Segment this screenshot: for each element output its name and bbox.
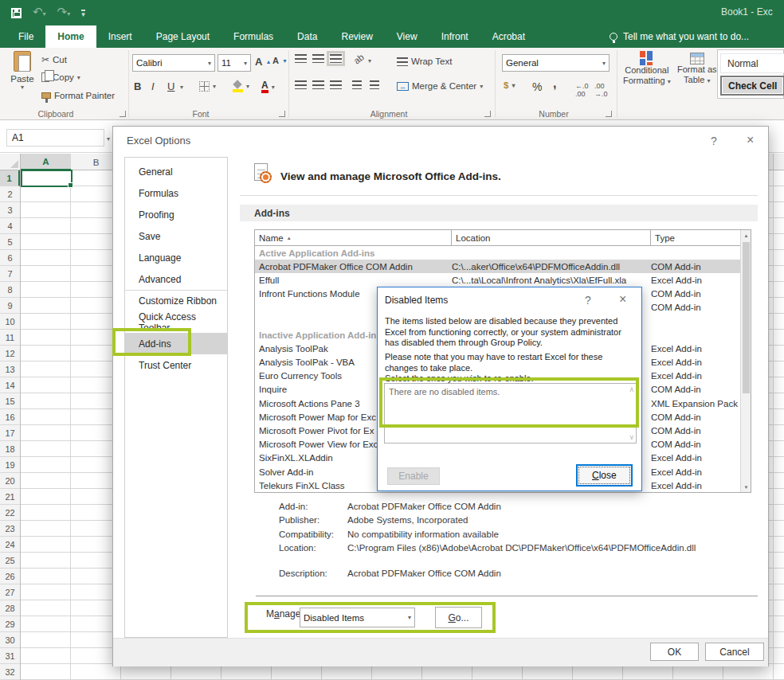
addin-row[interactable]: Active Application Add-ins	[255, 246, 740, 260]
row-header[interactable]: 15	[0, 393, 20, 409]
row-header[interactable]: 8	[0, 282, 20, 298]
sidebar-item[interactable]: Formulas	[125, 182, 227, 204]
row-header[interactable]: 21	[0, 489, 20, 505]
row-header[interactable]: 9	[0, 298, 20, 314]
fill-color-button[interactable]: ▾	[233, 81, 249, 92]
row-header[interactable]: 13	[0, 361, 20, 377]
conditional-formatting-button[interactable]: Conditional Formatting ▾	[623, 51, 671, 87]
row-header[interactable]: 6	[0, 250, 20, 266]
column-header-name[interactable]: Name ▲	[255, 230, 452, 245]
format-painter-button[interactable]: Format Painter	[41, 91, 115, 100]
merge-center-button[interactable]: ↔ Merge & Center ▾	[397, 81, 483, 91]
style-check-cell[interactable]: Check Cell	[720, 76, 784, 96]
row-header[interactable]: 27	[0, 584, 20, 600]
ribbon-tab[interactable]: Formulas	[221, 25, 285, 48]
cancel-button[interactable]: Cancel	[705, 643, 764, 661]
paste-button[interactable]: Paste ▾	[6, 51, 38, 91]
align-left-button[interactable]	[295, 80, 307, 89]
orientation-dropdown-icon[interactable]: ▾	[368, 57, 371, 64]
sidebar-item[interactable]: Advanced	[125, 268, 227, 290]
scrollbar-thumb[interactable]	[743, 242, 750, 393]
paste-dropdown-icon[interactable]: ▾	[6, 84, 38, 91]
sidebar-item[interactable]: Save	[125, 225, 227, 247]
row-header[interactable]: 14	[0, 377, 20, 393]
help-icon[interactable]: ?	[585, 294, 591, 307]
row-header[interactable]: 4	[0, 218, 20, 234]
table-scrollbar[interactable]: ▲ ▼	[740, 230, 751, 492]
underline-button[interactable]: U	[167, 80, 174, 92]
borders-button[interactable]: ▾	[199, 81, 216, 92]
save-icon[interactable]	[11, 8, 22, 18]
number-dialog-launcher-icon[interactable]	[606, 111, 612, 117]
sidebar-item[interactable]: Language	[125, 247, 227, 268]
row-header[interactable]: 22	[0, 505, 20, 521]
ribbon-tab[interactable]: Acrobat	[480, 25, 537, 48]
row-header[interactable]: 28	[0, 600, 20, 616]
scroll-down-icon[interactable]: ▼	[741, 482, 751, 492]
italic-button[interactable]: I	[151, 80, 155, 92]
sidebar-item[interactable]: Customize Ribbon	[125, 290, 227, 311]
row-header[interactable]: 17	[0, 425, 20, 441]
tell-me-box[interactable]: Tell me what you want to do...	[610, 25, 749, 48]
ribbon-tab[interactable]: View	[385, 25, 429, 48]
row-header[interactable]: 11	[0, 330, 20, 346]
increase-indent-button[interactable]	[370, 80, 379, 89]
sidebar-item[interactable]: Quick Access Toolbar	[125, 311, 227, 333]
clipboard-dialog-launcher-icon[interactable]	[120, 111, 126, 117]
sidebar-item[interactable]: Add-ins	[125, 333, 227, 354]
addin-row[interactable]: Acrobat PDFMaker Office COM Addin C:\...…	[255, 260, 740, 273]
row-header[interactable]: 26	[0, 569, 20, 584]
comma-button[interactable]: ,	[553, 76, 556, 91]
name-box-dropdown-icon[interactable]: ▾	[107, 135, 110, 143]
sidebar-item[interactable]: Trust Center	[125, 354, 227, 376]
ribbon-tab[interactable]: Home	[45, 25, 96, 48]
font-size-select[interactable]: 11▾	[218, 54, 251, 72]
increase-decimal-icon[interactable]: ←.0.00	[575, 82, 589, 98]
addin-row[interactable]: Effull C:\...ta\Local\Infront Analytics\…	[255, 273, 740, 287]
column-header-location[interactable]: Location	[452, 230, 651, 245]
close-icon[interactable]: ×	[619, 292, 626, 307]
help-icon[interactable]: ?	[711, 135, 717, 147]
row-header[interactable]: 31	[0, 648, 20, 664]
ribbon-tab[interactable]: File	[6, 25, 45, 48]
close-button[interactable]: Close	[576, 464, 633, 487]
row-header[interactable]: 2	[0, 186, 20, 202]
row-header[interactable]: 7	[0, 266, 20, 282]
row-header[interactable]: 20	[0, 473, 20, 489]
selected-cell-a1[interactable]	[21, 170, 73, 187]
row-header[interactable]: 29	[0, 616, 20, 632]
font-family-select[interactable]: Calibri▾	[132, 54, 215, 72]
customize-qat-icon[interactable]: ▾	[81, 10, 85, 18]
copy-dropdown-icon[interactable]: ▾	[77, 74, 80, 81]
redo-icon[interactable]: ↷▾	[57, 4, 71, 22]
currency-button[interactable]: $▾	[504, 80, 515, 90]
row-header[interactable]: 18	[0, 441, 20, 457]
number-format-select[interactable]: General▾	[502, 54, 610, 72]
align-center-button[interactable]	[312, 80, 324, 89]
row-header[interactable]: 1	[0, 170, 20, 186]
row-header[interactable]: 10	[0, 314, 20, 330]
underline-dropdown-icon[interactable]: ▾	[180, 84, 183, 91]
row-header[interactable]: 32	[0, 664, 20, 680]
shrink-font-button[interactable]: A▼	[272, 56, 288, 65]
middle-align-button[interactable]	[312, 54, 324, 63]
close-icon[interactable]: ×	[747, 133, 754, 147]
scroll-down-icon[interactable]: ∨	[629, 433, 634, 441]
decrease-decimal-icon[interactable]: .00→.0	[594, 82, 608, 98]
sidebar-item[interactable]: Proofing	[125, 204, 227, 225]
grow-font-button[interactable]: A▲	[255, 56, 271, 68]
copy-button[interactable]: Copy ▾	[41, 72, 80, 82]
ribbon-tab[interactable]: Review	[329, 25, 384, 48]
ribbon-tab[interactable]: Infront	[429, 25, 480, 48]
percent-button[interactable]: %	[532, 80, 542, 93]
row-header[interactable]: 30	[0, 632, 20, 648]
manage-select[interactable]: Disabled Items▾	[300, 608, 415, 627]
column-header[interactable]: A	[21, 154, 71, 170]
style-normal[interactable]: Normal	[720, 53, 784, 73]
scroll-up-icon[interactable]: ∧	[629, 385, 634, 393]
font-color-button[interactable]: A▾	[261, 81, 275, 93]
name-box[interactable]: A1	[6, 129, 104, 147]
cut-button[interactable]: ✂ Cut	[41, 54, 67, 65]
column-header-type[interactable]: Type	[651, 230, 740, 245]
bottom-align-button[interactable]	[330, 54, 342, 63]
